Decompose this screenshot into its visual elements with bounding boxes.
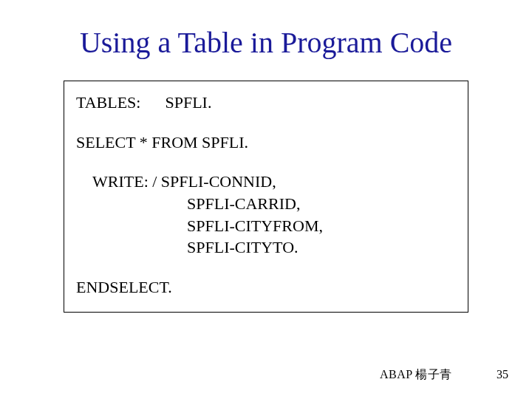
slide: Using a Table in Program Code TABLES: SP… [0, 0, 532, 399]
footer-course: ABAP 楊子青 [380, 367, 452, 383]
blank-line [76, 153, 456, 171]
page-number: 35 [497, 368, 508, 381]
code-line: SPFLI-CITYTO. [76, 236, 456, 259]
blank-line [76, 114, 456, 132]
footer: ABAP 楊子青 35 [380, 367, 508, 383]
code-text: SPFLI. [165, 93, 211, 112]
code-line: WRITE: / SPFLI-CONNID, [76, 171, 456, 193]
code-line: SPFLI-CARRID, [76, 193, 456, 215]
code-line: ENDSELECT. [76, 276, 456, 299]
blank-line [76, 259, 456, 276]
slide-title: Using a Table in Program Code [0, 0, 532, 73]
code-box: TABLES: SPFLI. SELECT * FROM SPFLI. WRIT… [64, 81, 468, 313]
code-text: TABLES: [76, 93, 140, 112]
code-line: SELECT * FROM SPFLI. [76, 132, 456, 154]
code-line: SPFLI-CITYFROM, [76, 215, 456, 237]
code-line: TABLES: SPFLI. [76, 92, 456, 114]
